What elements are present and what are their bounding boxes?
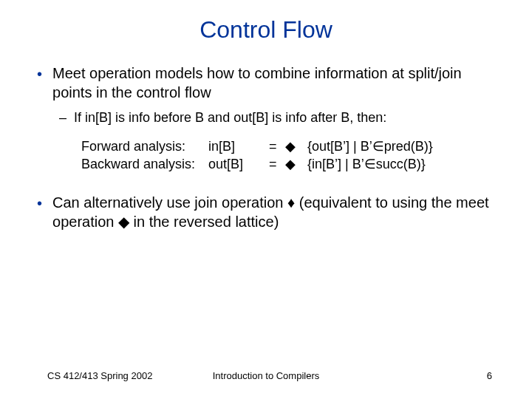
eq-equals: = xyxy=(269,137,285,155)
meet-symbol-icon: ◆ xyxy=(118,214,129,230)
sub-bullet-text: If in[B] is info before B and out[B] is … xyxy=(74,109,386,126)
forward-equation: Forward analysis: in[B] = ◆ {out[B’] | B… xyxy=(81,137,495,155)
meet-symbol-icon: ◆ xyxy=(285,155,307,173)
eq-lhs: in[B] xyxy=(208,137,269,155)
slide-footer: CS 412/413 Spring 2002 Introduction to C… xyxy=(0,370,532,381)
equations-block: Forward analysis: in[B] = ◆ {out[B’] | B… xyxy=(81,137,495,174)
dash-mark: – xyxy=(59,109,66,126)
eq-rhs: {in[B’] | B’∈succ(B)} xyxy=(307,155,426,173)
bullet-text: Meet operation models how to combine inf… xyxy=(52,64,495,102)
bullet-meet-operation: • Meet operation models how to combine i… xyxy=(37,64,495,102)
eq-label: Forward analysis: xyxy=(81,137,208,155)
sub-bullet-if: – If in[B] is info before B and out[B] i… xyxy=(59,109,495,126)
meet-symbol-icon: ◆ xyxy=(285,137,307,155)
bullet-join-operation: • Can alternatively use join operation ♦… xyxy=(37,194,495,231)
eq-rhs: {out[B’] | B’∈pred(B)} xyxy=(307,137,433,155)
page-number: 6 xyxy=(487,370,492,381)
bullet-mark: • xyxy=(37,194,42,231)
slide-title: Control Flow xyxy=(0,16,532,44)
text-span: in the reversed lattice) xyxy=(129,214,279,230)
text-span: Can alternatively use join operation xyxy=(52,194,287,211)
footer-course: CS 412/413 Spring 2002 xyxy=(47,370,152,381)
join-symbol-icon: ♦ xyxy=(287,194,295,211)
backward-equation: Backward analysis: out[B] = ◆ {in[B’] | … xyxy=(81,155,495,173)
eq-lhs: out[B] xyxy=(208,155,269,173)
eq-label: Backward analysis: xyxy=(81,155,208,173)
eq-equals: = xyxy=(269,155,285,173)
bullet-text: Can alternatively use join operation ♦ (… xyxy=(52,194,495,231)
bullet-mark: • xyxy=(37,64,42,102)
slide-body: • Meet operation models how to combine i… xyxy=(0,64,532,231)
